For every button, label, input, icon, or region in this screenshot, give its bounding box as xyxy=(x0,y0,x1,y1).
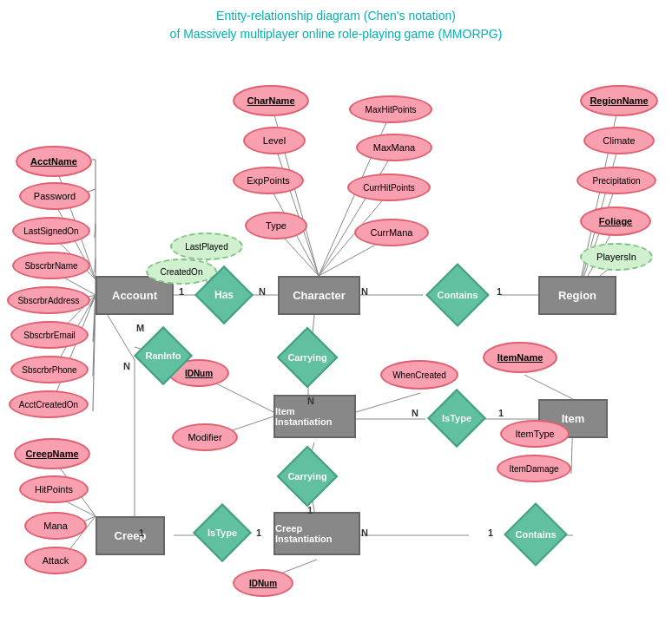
attr-exppoints: ExpPoints xyxy=(233,167,304,194)
attr-attack: Attack xyxy=(24,547,87,574)
attr-sbscrbrname: SbscrbrName xyxy=(12,252,90,279)
page-title: Entity-relationship diagram (Chen's nota… xyxy=(0,0,672,43)
attr-acctname: AcctName xyxy=(16,146,92,177)
attr-idnum-creep: IDNum xyxy=(233,569,293,597)
svg-line-45 xyxy=(524,375,573,399)
relationship-contains-creep: Contains xyxy=(500,515,571,554)
relationship-has: Has xyxy=(191,276,257,314)
card-istype-n: N xyxy=(412,408,418,418)
card-has-n: N xyxy=(259,286,266,297)
card-carrying-creep-1: 1 xyxy=(307,505,313,515)
relationship-contains-region: Contains xyxy=(420,276,495,314)
attr-sbscrbr-phone: SbscrbrPhone xyxy=(10,356,89,383)
attr-acctcreatedon: AcctCreatedOn xyxy=(9,390,89,418)
card-contains-1: 1 xyxy=(497,286,502,297)
card-contains-n: N xyxy=(361,286,368,297)
attr-modifier: Modifier xyxy=(172,423,238,451)
relationship-istype-item: IsType xyxy=(424,399,490,437)
attr-playersin: PlayersIn xyxy=(580,243,653,271)
attr-sbscrbr-email: SbscrbrEmail xyxy=(10,321,89,349)
svg-line-4 xyxy=(95,259,96,272)
card-carrying-n: N xyxy=(307,396,314,406)
relationship-raninfo: RanInfo xyxy=(130,337,196,375)
entity-creep-instantiation: Creep Instantiation xyxy=(273,512,360,555)
relationship-carrying-char: Carrying xyxy=(273,338,342,377)
relationship-carrying-creep: Carrying xyxy=(273,457,342,495)
attr-mana: Mana xyxy=(24,512,87,540)
attr-regionname: RegionName xyxy=(580,85,658,116)
card-has-1: 1 xyxy=(179,286,184,297)
svg-line-42 xyxy=(356,393,420,412)
canvas: Entity-relationship diagram (Chen's nota… xyxy=(0,0,672,629)
svg-line-18 xyxy=(274,144,319,276)
attr-foliage: Foliage xyxy=(580,206,651,236)
attr-maxhitpoints: MaxHitPoints xyxy=(349,95,432,123)
attr-whencreated: WhenCreated xyxy=(380,360,458,390)
card-istype-1: 1 xyxy=(498,408,504,418)
attr-itemtype: ItemType xyxy=(500,420,570,448)
entity-item-instantiation: Item Instantiation xyxy=(273,395,356,438)
attr-currmana: CurrMana xyxy=(354,219,429,246)
entity-region: Region xyxy=(538,276,616,315)
attr-charname: CharName xyxy=(233,85,309,116)
entity-creep: Creep xyxy=(96,516,165,555)
card-contains-creep-1: 1 xyxy=(488,527,493,538)
attr-maxmana: MaxMana xyxy=(356,134,432,161)
attr-itemname: ItemName xyxy=(483,342,557,373)
card-raninfo-m: M xyxy=(136,323,144,333)
attr-sbscrbraddress: SbscrbrAddress xyxy=(7,286,90,314)
relationship-istype-creep: IsType xyxy=(189,514,255,552)
attr-itemdamage: ItemDamage xyxy=(497,455,571,482)
attr-climate: Climate xyxy=(583,127,655,154)
entity-character: Character xyxy=(278,276,360,315)
svg-line-22 xyxy=(319,151,394,276)
attr-type: Type xyxy=(245,212,307,239)
attr-hitpoints: HitPoints xyxy=(19,475,89,503)
attr-creepname: CreepName xyxy=(14,438,90,469)
attr-level: Level xyxy=(243,127,306,154)
card-istype-creep-n: 1 xyxy=(256,527,261,538)
attr-lastsignedon: LastSignedOn xyxy=(12,217,90,245)
attr-precipitation: Precipitation xyxy=(576,167,656,194)
attr-password: Password xyxy=(19,182,90,210)
attr-currhitpoints: CurrHitPoints xyxy=(347,174,431,201)
card-raninfo-n: N xyxy=(123,361,130,371)
svg-line-3 xyxy=(95,224,96,238)
card-contains-creep-n: N xyxy=(361,527,368,538)
attr-lastplayed: LastPlayed xyxy=(170,233,243,260)
card-istype-creep-1: 1 xyxy=(139,527,144,538)
